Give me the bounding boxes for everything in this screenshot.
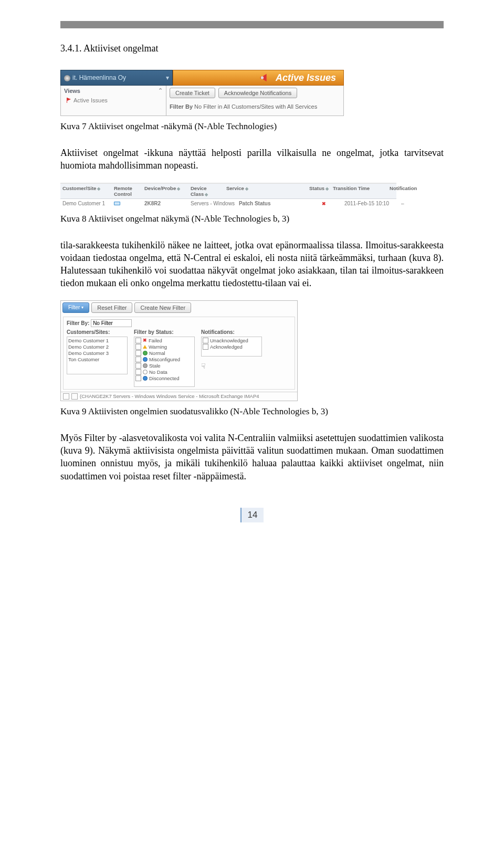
checkbox-icon[interactable] xyxy=(135,369,141,375)
create-ticket-button[interactable]: Create Ticket xyxy=(170,88,215,98)
status-item-disconnected[interactable]: Disconnected xyxy=(135,375,193,382)
body-paragraph-3: Myös Filter by -alasvetovalikosta voi va… xyxy=(60,432,444,483)
chevron-down-icon: ▾ xyxy=(81,305,83,310)
disconnected-icon xyxy=(143,376,148,381)
chevron-down-icon: ▾ xyxy=(166,74,169,81)
notifications-label: Notifications: xyxy=(201,329,262,335)
org-selector[interactable]: it. Hämeenlinna Oy ▾ xyxy=(60,70,173,86)
status-item-stale[interactable]: Stale xyxy=(135,363,193,369)
checkbox-icon[interactable] xyxy=(135,338,141,343)
checkbox-icon[interactable] xyxy=(203,344,208,350)
reset-filter-button[interactable]: Reset Filter xyxy=(91,302,132,313)
views-label: Views xyxy=(64,88,80,94)
filter-by-input[interactable] xyxy=(91,319,132,327)
status-label: Filter by Status: xyxy=(134,329,195,335)
col-remote-control[interactable]: Remote Control xyxy=(114,185,132,197)
table-header-row: Customer/Site◆ Remote Control Device/Pro… xyxy=(60,184,396,199)
flag-icon xyxy=(66,98,71,103)
notifications-column: Notifications: Unacknowledged Acknowledg… xyxy=(201,329,262,387)
svg-point-0 xyxy=(261,76,264,79)
customers-column: Customers/Sites: Demo Customer 1 Demo Cu… xyxy=(67,329,128,387)
status-text: No Data xyxy=(149,369,167,375)
figure-8-issues-table: Customer/Site◆ Remote Control Device/Pro… xyxy=(60,183,396,208)
filter-options-box: Filter By: Customers/Sites: Demo Custome… xyxy=(63,317,295,390)
status-item-warning[interactable]: Warning xyxy=(135,344,193,350)
megaphone-icon xyxy=(259,72,270,83)
list-item[interactable]: Demo Customer 3 xyxy=(68,350,126,357)
collapse-icon[interactable]: ⌃ xyxy=(158,87,163,94)
figure-9-filter-panel: Filter ▾ Reset Filter Create New Filter … xyxy=(60,300,298,401)
status-text: Stale xyxy=(149,363,161,369)
checkbox-icon[interactable] xyxy=(135,363,141,369)
status-text: Failed xyxy=(149,338,162,343)
org-name: it. Hämeenlinna Oy xyxy=(72,74,126,81)
checkbox-icon[interactable] xyxy=(203,338,208,343)
filter-dropdown-button[interactable]: Filter ▾ xyxy=(62,302,89,313)
status-item-misconfigured[interactable]: Misconfigured xyxy=(135,357,193,363)
notif-text: Acknowledged xyxy=(210,344,243,350)
sort-icon[interactable]: ◆ xyxy=(97,186,100,191)
customers-label: Customers/Sites: xyxy=(67,329,128,335)
list-item[interactable]: Demo Customer 1 xyxy=(68,338,126,344)
checkbox-icon[interactable] xyxy=(71,393,78,400)
create-new-filter-button[interactable]: Create New Filter xyxy=(134,302,191,313)
col-transition-time[interactable]: Transition Time xyxy=(333,185,370,191)
views-item-active-issues[interactable]: Active Issues xyxy=(61,96,166,105)
notif-item-acknowledged[interactable]: Acknowledged xyxy=(203,344,260,350)
checkbox-icon[interactable] xyxy=(135,344,141,350)
filter-result-row[interactable]: (CHANGE2K7 Servers - Windows Windows Ser… xyxy=(61,392,297,401)
figure-7-caption: Kuva 7 Aktiiviset ongelmat -näkymä (N-Ab… xyxy=(60,121,444,132)
cell-remote-control[interactable] xyxy=(112,201,142,207)
status-item-nodata[interactable]: No Data xyxy=(135,369,193,375)
normal-icon xyxy=(143,351,148,355)
views-item-label: Active Issues xyxy=(74,97,108,103)
filter-line-text: No Filter in All Customers/Sites with Al… xyxy=(194,103,317,110)
views-panel: Views ⌃ Active Issues xyxy=(60,86,166,116)
page-number: 14 xyxy=(240,508,264,522)
col-status[interactable]: Status xyxy=(309,185,324,191)
sort-icon[interactable]: ◆ xyxy=(326,186,329,191)
checkbox-icon[interactable] xyxy=(135,357,141,362)
cell-service: Patch Status xyxy=(237,201,320,207)
notif-item-unacknowledged[interactable]: Unacknowledged xyxy=(203,338,260,344)
cell-customer-site: Demo Customer 1 xyxy=(60,201,112,207)
checkbox-icon[interactable] xyxy=(135,375,141,381)
body-paragraph-2: tila-sarakkeesta tukihenkilö näkee ne la… xyxy=(60,239,444,290)
status-text: Normal xyxy=(149,350,165,356)
table-row[interactable]: Demo Customer 1 2K8R2 Servers - Windows … xyxy=(60,199,396,208)
status-item-failed[interactable]: ✖Failed xyxy=(135,338,193,344)
checkbox-icon[interactable] xyxy=(135,350,141,356)
status-item-normal[interactable]: Normal xyxy=(135,350,193,357)
status-column: Filter by Status: ✖Failed Warning Normal… xyxy=(134,329,195,387)
stale-icon xyxy=(143,363,148,368)
remote-control-icon xyxy=(114,201,120,206)
notifications-list[interactable]: Unacknowledged Acknowledged xyxy=(201,337,262,357)
checkbox-icon[interactable] xyxy=(63,393,69,400)
svg-rect-2 xyxy=(114,202,120,205)
sort-icon[interactable]: ◆ xyxy=(205,192,208,197)
cell-status: ✖ xyxy=(320,201,342,207)
list-item[interactable]: Ton Customer xyxy=(68,357,126,363)
sort-icon[interactable]: ◆ xyxy=(177,186,180,191)
cell-notification: – xyxy=(399,201,406,207)
col-service[interactable]: Service xyxy=(226,185,244,191)
nodata-icon xyxy=(143,370,148,374)
cell-device-class: Servers - Windows xyxy=(188,201,237,207)
list-item[interactable]: Demo Customer 2 xyxy=(68,344,126,350)
col-notification[interactable]: Notification xyxy=(390,185,417,191)
active-issues-banner: Active Issues xyxy=(173,70,344,86)
cell-device-probe: 2K8R2 xyxy=(142,201,188,207)
notif-text: Unacknowledged xyxy=(210,338,248,343)
sort-icon[interactable]: ◆ xyxy=(245,186,248,191)
cursor-pointer-icon: ☟ xyxy=(201,362,262,370)
customers-list[interactable]: Demo Customer 1 Demo Customer 2 Demo Cus… xyxy=(67,337,128,374)
col-customer-site[interactable]: Customer/Site xyxy=(62,185,96,191)
failed-icon: ✖ xyxy=(322,201,326,206)
filter-by-label: Filter By: xyxy=(67,320,89,326)
col-device-probe[interactable]: Device/Probe xyxy=(144,185,176,191)
filter-summary: Filter By No Filter in All Customers/Sit… xyxy=(166,102,343,111)
status-list[interactable]: ✖Failed Warning Normal Misconfigured Sta… xyxy=(134,337,195,387)
acknowledge-notifications-button[interactable]: Acknowledge Notifications xyxy=(218,88,297,98)
figure-8-caption: Kuva 8 Aktiiviset ongelmat näkymä (N-Abl… xyxy=(60,214,444,224)
misconfigured-icon xyxy=(143,357,148,362)
